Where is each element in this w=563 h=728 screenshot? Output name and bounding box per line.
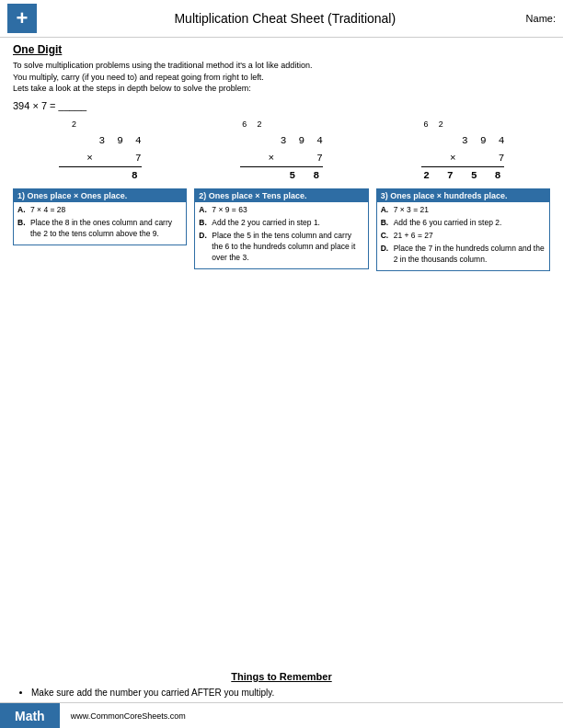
bottom-section: Things to Remember Make sure add the num…	[0, 671, 563, 700]
text-2a: 7 × 9 = 63	[212, 205, 363, 216]
label-2a: A.	[199, 205, 212, 216]
math-display-1: 2 3 9 4 × 7 0 0 8	[59, 119, 142, 185]
instruction-item-1a: A. 7 × 4 = 28	[17, 205, 182, 216]
carry-2: 6 2	[242, 119, 262, 132]
multiplier-1: × 7	[59, 150, 142, 168]
label-3c: C.	[381, 231, 394, 242]
math-display-2: 6 2 3 9 4 × 7 0 5 8	[240, 119, 323, 185]
text-3a: 7 × 3 = 21	[394, 205, 546, 216]
instruction-body-1: A. 7 × 4 = 28 B. Place the 8 in the ones…	[14, 202, 186, 245]
result-3: 2 7 5 8	[423, 167, 502, 185]
instruction-item-2b: B. Add the 2 you carried in step 1.	[199, 218, 363, 229]
result-1: 0 0 8	[100, 167, 140, 185]
instruction-box-1: 1) Ones place × Ones place. A. 7 × 4 = 2…	[13, 188, 187, 245]
instruction-item-3b: B. Add the 6 you carried in step 2.	[381, 218, 546, 229]
instruction-box-2: 2) Ones place × Tens place. A. 7 × 9 = 6…	[194, 188, 368, 268]
label-3b: B.	[381, 218, 394, 229]
text-2b: Add the 2 you carried in step 1.	[212, 218, 363, 229]
things-to-remember: Things to Remember Make sure add the num…	[13, 671, 550, 698]
instruction-item-3d: D. Place the 7 in the hundreds column an…	[381, 244, 546, 266]
text-2d: Place the 5 in the tens column and carry…	[212, 231, 363, 264]
logo-plus-icon: +	[17, 8, 29, 28]
text-1a: 7 × 4 = 28	[30, 205, 182, 216]
multiplier-2: × 7	[240, 150, 323, 168]
instruction-box-3: 3) Ones place × hundreds place. A. 7 × 3…	[376, 188, 550, 270]
top-num-3: 3 9 4	[462, 132, 504, 150]
top-num-2: 3 9 4	[281, 132, 323, 150]
problem-statement: 394 × 7 = _____	[13, 100, 550, 111]
result-2: 0 5 8	[273, 167, 321, 185]
label-2b: B.	[199, 218, 212, 229]
instruction-item-3c: C. 21 + 6 = 27	[381, 231, 546, 242]
instruction-item-2d: D. Place the 5 in the tens column and ca…	[199, 231, 363, 264]
text-3c: 21 + 6 = 27	[394, 231, 546, 242]
intro-text: To solve multiplication problems using t…	[13, 60, 550, 95]
instruction-item-3a: A. 7 × 3 = 21	[381, 205, 546, 216]
label-3a: A.	[381, 205, 394, 216]
label-2d: D.	[199, 231, 212, 264]
instruction-item-2a: A. 7 × 9 = 63	[199, 205, 363, 216]
things-title: Things to Remember	[13, 671, 550, 682]
column-3: 6 2 3 9 4 × 7 2 7 5 8 3) Ones place × hu…	[376, 119, 550, 271]
columns-container: 2 3 9 4 × 7 0 0 8 1) Ones place × Ones p…	[13, 119, 550, 271]
multiplier-3: × 7	[421, 150, 504, 168]
math-label: Math	[15, 709, 45, 723]
footer-math-box: Math	[0, 703, 60, 728]
things-list: Make sure add the number you carried AFT…	[13, 688, 550, 698]
instruction-item-1b: B. Place the 8 in the ones column and ca…	[17, 218, 182, 240]
text-3b: Add the 6 you carried in step 2.	[394, 218, 546, 229]
label-3d: D.	[381, 244, 394, 266]
section-title: One Digit	[13, 43, 550, 56]
column-2: 6 2 3 9 4 × 7 0 5 8 2) Ones place × Tens…	[194, 119, 368, 271]
label-1a: A.	[17, 205, 30, 216]
column-1: 2 3 9 4 × 7 0 0 8 1) Ones place × Ones p…	[13, 119, 187, 271]
name-label: Name:	[526, 13, 556, 24]
label-1b: B.	[17, 218, 30, 240]
carry-1: 2	[72, 119, 76, 132]
main-content: One Digit To solve multiplication proble…	[0, 38, 563, 282]
header: + Multiplication Cheat Sheet (Traditiona…	[0, 0, 563, 38]
carry-3: 6 2	[423, 119, 443, 132]
logo-box: +	[7, 4, 37, 33]
text-3d: Place the 7 in the hundreds column and t…	[394, 244, 546, 266]
step-header-2: 2) Ones place × Tens place.	[195, 189, 367, 202]
footer: Math www.CommonCoreSheets.com	[0, 702, 563, 728]
things-item-1: Make sure add the number you carried AFT…	[31, 688, 550, 698]
footer-url: www.CommonCoreSheets.com	[71, 711, 186, 721]
instruction-body-3: A. 7 × 3 = 21 B. Add the 6 you carried i…	[377, 202, 549, 269]
math-display-3: 6 2 3 9 4 × 7 2 7 5 8	[421, 119, 504, 185]
page-title: Multiplication Cheat Sheet (Traditional)	[44, 11, 526, 26]
step-header-3: 3) Ones place × hundreds place.	[377, 189, 549, 202]
top-num-1: 3 9 4	[98, 132, 141, 150]
instruction-body-2: A. 7 × 9 = 63 B. Add the 2 you carried i…	[195, 202, 367, 267]
step-header-1: 1) Ones place × Ones place.	[14, 189, 186, 202]
text-1b: Place the 8 in the ones column and carry…	[30, 218, 182, 240]
